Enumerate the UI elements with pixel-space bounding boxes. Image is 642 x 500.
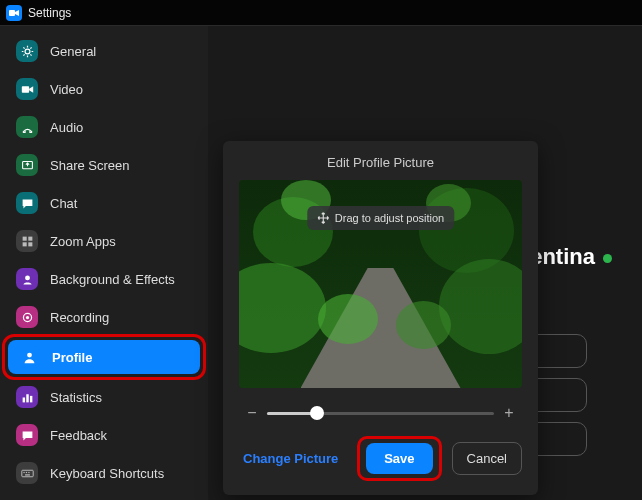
move-icon — [317, 212, 329, 224]
sidebar-item-profile[interactable]: Profile — [8, 340, 200, 374]
sidebar-item-general[interactable]: General — [6, 34, 202, 68]
svg-rect-17 — [21, 470, 32, 477]
svg-rect-18 — [23, 471, 24, 472]
sidebar-item-label: Keyboard Shortcuts — [50, 466, 164, 481]
svg-rect-0 — [9, 10, 15, 16]
svg-point-10 — [25, 315, 28, 318]
zoom-slider[interactable]: − + — [245, 404, 516, 422]
svg-point-15 — [25, 433, 27, 435]
slider-knob[interactable] — [310, 406, 324, 420]
svg-rect-6 — [22, 242, 26, 246]
zoom-app-icon — [6, 5, 22, 21]
apps-icon — [16, 230, 38, 252]
zoom-out-icon[interactable]: − — [245, 404, 259, 422]
slider-track[interactable] — [267, 412, 494, 415]
sidebar-item-label: Video — [50, 82, 83, 97]
sidebar-item-label: General — [50, 44, 96, 59]
video-icon — [16, 78, 38, 100]
sidebar-item-label: Chat — [50, 196, 77, 211]
svg-rect-12 — [22, 397, 24, 402]
highlight-profile: Profile — [6, 338, 202, 376]
sidebar-item-chat[interactable]: Chat — [6, 186, 202, 220]
svg-rect-13 — [26, 394, 28, 402]
audio-icon — [16, 116, 38, 138]
window-title: Settings — [28, 6, 71, 20]
effects-icon — [16, 268, 38, 290]
sidebar-item-label: Audio — [50, 120, 83, 135]
highlight-save: Save — [361, 440, 437, 477]
change-picture-link[interactable]: Change Picture — [243, 451, 338, 466]
profile-icon — [18, 346, 40, 368]
sidebar-item-audio[interactable]: Audio — [6, 110, 202, 144]
sidebar-item-feedback[interactable]: Feedback — [6, 418, 202, 452]
svg-point-8 — [25, 275, 30, 280]
main-panel: Argentina Edit Profile Picture — [208, 26, 642, 500]
keyboard-icon — [16, 462, 38, 484]
svg-rect-5 — [28, 236, 32, 240]
recording-icon — [16, 306, 38, 328]
share-screen-icon — [16, 154, 38, 176]
feedback-icon — [16, 424, 38, 446]
svg-rect-14 — [29, 395, 31, 402]
svg-rect-7 — [28, 242, 32, 246]
presence-dot-icon — [603, 254, 612, 263]
sidebar-item-label: Feedback — [50, 428, 107, 443]
svg-rect-2 — [21, 86, 28, 93]
sidebar-item-accessibility[interactable]: Accessibility — [6, 494, 202, 500]
svg-rect-4 — [22, 236, 26, 240]
chat-icon — [16, 192, 38, 214]
sidebar-item-label: Zoom Apps — [50, 234, 116, 249]
sidebar-item-keyboard-shortcuts[interactable]: Keyboard Shortcuts — [6, 456, 202, 490]
titlebar: Settings — [0, 0, 642, 26]
sidebar-item-background-effects[interactable]: Background & Effects — [6, 262, 202, 296]
picture-crop-area[interactable]: Drag to adjust position — [239, 180, 522, 388]
sidebar-item-share-screen[interactable]: Share Screen — [6, 148, 202, 182]
settings-sidebar: General Video Audio Share Screen Chat Zo… — [0, 26, 208, 500]
sidebar-item-zoom-apps[interactable]: Zoom Apps — [6, 224, 202, 258]
gear-icon — [16, 40, 38, 62]
sidebar-item-recording[interactable]: Recording — [6, 300, 202, 334]
edit-profile-picture-dialog: Edit Profile Picture Drag to adjust posi… — [223, 141, 538, 495]
svg-point-11 — [27, 352, 32, 357]
zoom-in-icon[interactable]: + — [502, 404, 516, 422]
sidebar-item-label: Share Screen — [50, 158, 130, 173]
sidebar-item-label: Recording — [50, 310, 109, 325]
dialog-title: Edit Profile Picture — [239, 155, 522, 170]
statistics-icon — [16, 386, 38, 408]
sidebar-item-label: Statistics — [50, 390, 102, 405]
svg-point-16 — [28, 433, 30, 435]
svg-rect-21 — [25, 474, 30, 475]
sidebar-item-video[interactable]: Video — [6, 72, 202, 106]
save-button[interactable]: Save — [366, 443, 432, 474]
sidebar-item-label: Profile — [52, 350, 92, 365]
sidebar-item-label: Background & Effects — [50, 272, 175, 287]
svg-point-1 — [25, 49, 30, 54]
svg-rect-20 — [28, 471, 29, 472]
cancel-button[interactable]: Cancel — [452, 442, 522, 475]
drag-hint-pill: Drag to adjust position — [307, 206, 454, 230]
svg-rect-19 — [25, 471, 26, 472]
sidebar-item-statistics[interactable]: Statistics — [6, 380, 202, 414]
